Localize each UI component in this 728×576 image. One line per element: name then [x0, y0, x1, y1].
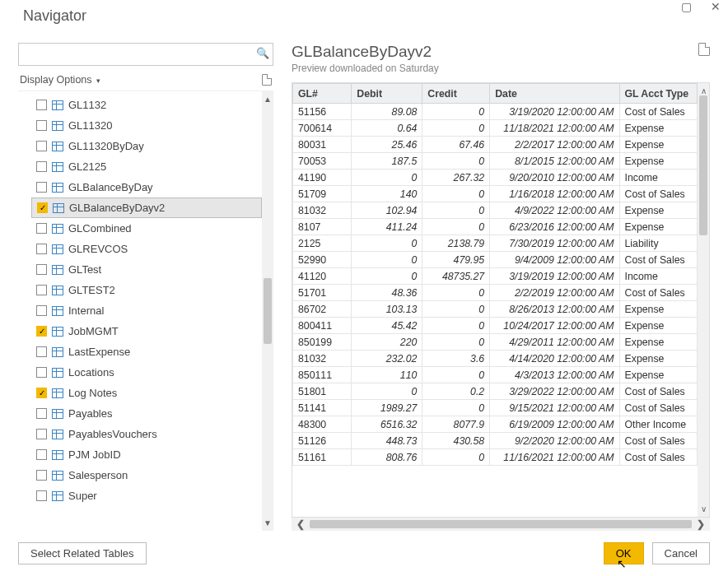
table-row[interactable]: 483006516.328077.96/19/2009 12:00:00 AMO… — [293, 416, 698, 433]
table-row[interactable]: 7006140.64011/18/2021 12:00:00 AMExpense — [293, 120, 698, 137]
search-icon[interactable]: 🔍 — [256, 47, 269, 59]
tree-item-payables[interactable]: Payables — [31, 403, 262, 424]
table-row[interactable]: 8003125.4667.462/2/2017 12:00:00 AMExpen… — [293, 137, 698, 153]
cell-gl: 41120 — [293, 268, 352, 285]
cancel-button[interactable]: Cancel — [652, 542, 710, 564]
checkbox[interactable] — [36, 367, 47, 378]
table-row[interactable]: 85019922004/29/2011 12:00:00 AMExpense — [293, 334, 698, 351]
navigator-tree[interactable]: GL1132GL11320GL11320ByDayGL2125GLBalance… — [18, 91, 262, 531]
checkbox[interactable] — [36, 388, 47, 398]
tree-item-glcombined[interactable]: GLCombined — [31, 218, 262, 239]
tree-item-gl1132[interactable]: GL1132 — [31, 95, 262, 115]
checkbox[interactable] — [36, 100, 47, 110]
table-row[interactable]: 511411989.2709/15/2021 12:00:00 AMCost o… — [293, 400, 698, 416]
tree-item-gltest[interactable]: GLTest — [31, 259, 262, 280]
checkbox[interactable] — [36, 264, 47, 275]
table-row[interactable]: 212502138.797/30/2019 12:00:00 AMLiabili… — [293, 235, 698, 252]
scroll-thumb[interactable] — [699, 95, 707, 235]
tree-item-pjm-jobid[interactable]: PJM JobID — [31, 444, 262, 465]
tree-item-glbalancebyday[interactable]: GLBalanceByDay — [31, 177, 262, 197]
column-header[interactable]: GL Acct Type — [619, 84, 697, 104]
cell-gl: 51141 — [293, 400, 352, 416]
cell-credit: 8077.9 — [422, 416, 490, 433]
checkbox[interactable] — [36, 470, 47, 481]
tree-item-gl11320[interactable]: GL11320 — [31, 115, 262, 136]
cell-credit: 0 — [422, 186, 490, 202]
table-row[interactable]: 70053187.508/1/2015 12:00:00 AMExpense — [293, 153, 698, 170]
checkbox[interactable] — [36, 305, 47, 316]
checkbox[interactable] — [36, 449, 47, 460]
checkbox[interactable] — [36, 161, 47, 172]
scroll-thumb[interactable] — [264, 278, 272, 344]
scroll-right-icon[interactable]: ❯ — [697, 518, 705, 530]
cell-type: Other Income — [619, 416, 697, 433]
checkbox[interactable] — [36, 223, 47, 234]
tree-item-gl2125[interactable]: GL2125 — [31, 156, 262, 177]
grid-vscrollbar[interactable]: ∧ ∨ — [698, 83, 709, 517]
select-related-tables-button[interactable]: Select Related Tables — [18, 542, 147, 564]
checkbox[interactable] — [36, 346, 47, 357]
table-row[interactable]: 86702103.1308/26/2013 12:00:00 AMExpense — [293, 301, 698, 318]
table-row[interactable]: 41120048735.273/19/2019 12:00:00 AMIncom… — [293, 268, 698, 285]
checkbox[interactable] — [36, 244, 47, 254]
checkbox[interactable] — [36, 326, 47, 337]
table-row[interactable]: 81032102.9404/9/2022 12:00:00 AMExpense — [293, 202, 698, 219]
tree-item-gl11320byday[interactable]: GL11320ByDay — [31, 136, 262, 156]
table-row[interactable]: 5115689.0803/19/2020 12:00:00 AMCost of … — [293, 104, 698, 120]
table-row[interactable]: 85011111004/3/2013 12:00:00 AMExpense — [293, 367, 698, 383]
scroll-left-icon[interactable]: ❮ — [296, 518, 305, 530]
scroll-thumb[interactable] — [310, 520, 692, 528]
table-row[interactable]: 51126448.73430.589/2/2020 12:00:00 AMCos… — [293, 433, 698, 449]
checkbox[interactable] — [36, 285, 47, 295]
checkbox[interactable] — [36, 429, 47, 439]
table-row[interactable]: 529900479.959/4/2009 12:00:00 AMCost of … — [293, 252, 698, 268]
tree-item-jobmgmt[interactable]: JobMGMT — [31, 321, 262, 341]
tree-item-glbalancebydayv2[interactable]: GLBalanceByDayv2 — [31, 197, 262, 218]
cell-type: Cost of Sales — [619, 400, 697, 416]
tree-scrollbar[interactable]: ▲ ▼ — [262, 91, 273, 531]
table-row[interactable]: 5170914001/16/2018 12:00:00 AMCost of Sa… — [293, 186, 698, 202]
checkbox[interactable] — [36, 490, 47, 501]
tree-item-super[interactable]: Super — [31, 485, 262, 506]
cell-gl: 80031 — [293, 137, 352, 153]
display-options-dropdown[interactable]: Display Options ▾ — [20, 74, 100, 86]
cell-date: 1/16/2018 12:00:00 AM — [490, 186, 619, 202]
tree-item-log-notes[interactable]: Log Notes — [31, 383, 262, 403]
scroll-down-icon[interactable]: ∨ — [701, 504, 707, 513]
column-header[interactable]: Debit — [352, 84, 422, 104]
preview-options-icon[interactable] — [698, 43, 710, 56]
cell-date: 11/16/2021 12:00:00 AM — [490, 449, 619, 466]
table-row[interactable]: 411900267.329/20/2010 12:00:00 AMIncome — [293, 170, 698, 186]
grid-hscrollbar[interactable]: ❮ ❯ — [292, 518, 710, 531]
checkbox[interactable] — [36, 182, 47, 193]
tree-item-glrevcos[interactable]: GLREVCOS — [31, 239, 262, 259]
tree-item-payablesvouchers[interactable]: PayablesVouchers — [31, 424, 262, 444]
column-header[interactable]: Date — [490, 84, 619, 104]
tree-item-lastexpense[interactable]: LastExpense — [31, 341, 262, 362]
table-row[interactable]: 5170148.3602/2/2019 12:00:00 AMCost of S… — [293, 285, 698, 301]
minimize-button[interactable]: ▢ — [679, 0, 693, 13]
table-row[interactable]: 51161808.76011/16/2021 12:00:00 AMCost o… — [293, 449, 698, 466]
column-header[interactable]: Credit — [422, 84, 490, 104]
table-row[interactable]: 81032232.023.64/14/2020 12:00:00 AMExpen… — [293, 351, 698, 367]
tree-item-salesperson[interactable]: Salesperson — [31, 465, 262, 485]
checkbox[interactable] — [36, 141, 47, 151]
checkbox[interactable] — [37, 202, 48, 213]
scroll-down-icon[interactable]: ▼ — [264, 518, 272, 527]
table-row[interactable]: 8107411.2406/23/2016 12:00:00 AMExpense — [293, 219, 698, 235]
search-input[interactable] — [19, 44, 251, 65]
scroll-up-icon[interactable]: ∧ — [701, 86, 707, 95]
table-row[interactable]: 5180100.23/29/2022 12:00:00 AMCost of Sa… — [293, 383, 698, 400]
close-button[interactable]: ✕ — [708, 0, 723, 13]
refresh-icon[interactable] — [262, 74, 272, 86]
checkbox[interactable] — [36, 408, 47, 419]
column-header[interactable]: GL# — [293, 84, 352, 104]
tree-item-internal[interactable]: Internal — [31, 300, 262, 321]
tree-item-gltest2[interactable]: GLTEST2 — [31, 280, 262, 300]
ok-button[interactable]: OK ↖ — [604, 542, 644, 564]
tree-item-locations[interactable]: Locations — [31, 362, 262, 383]
checkbox[interactable] — [36, 120, 47, 131]
table-row[interactable]: 80041145.42010/24/2017 12:00:00 AMExpens… — [293, 318, 698, 334]
search-box[interactable]: 🔍 — [18, 43, 273, 66]
scroll-up-icon[interactable]: ▲ — [264, 95, 272, 104]
